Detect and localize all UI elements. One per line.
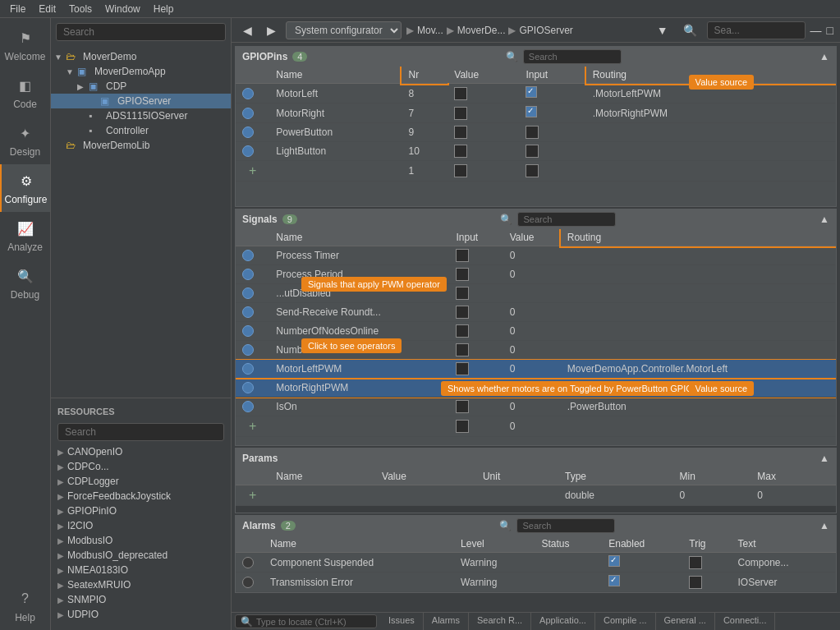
tree-node-ads1115[interactable]: ▪ ADS1115IOServer	[51, 108, 231, 123]
value-checkbox[interactable]	[454, 107, 467, 120]
input-cell[interactable]	[449, 284, 503, 303]
sidebar-item-code[interactable]: ◧ Code	[0, 69, 50, 117]
nr-cell[interactable]: 8	[402, 84, 448, 103]
minimize-button[interactable]: —	[810, 24, 822, 37]
trig-checkbox[interactable]	[689, 576, 702, 589]
trig-checkbox[interactable]	[689, 556, 702, 569]
bottom-tab-5[interactable]: General ...	[656, 613, 715, 630]
bottom-tab-0[interactable]: Issues	[380, 613, 424, 630]
input-checkbox[interactable]	[526, 145, 539, 158]
breadcrumb-gpioserver[interactable]: GPIOServer	[519, 25, 572, 36]
input-checkbox[interactable]	[526, 86, 537, 98]
value-checkbox[interactable]	[454, 145, 467, 158]
enabled-cell[interactable]	[602, 553, 682, 573]
value-checkbox[interactable]	[454, 87, 467, 100]
resource-item[interactable]: ▶SeatexMRUIO	[51, 577, 231, 592]
input-checkbox[interactable]	[456, 306, 469, 319]
input-checkbox[interactable]	[456, 249, 469, 262]
params-scrollbar[interactable]	[236, 506, 836, 513]
resource-item[interactable]: ▶CANOpenIO	[51, 444, 231, 459]
resource-item[interactable]: ▶WagoPFCIO	[51, 622, 231, 625]
menu-window[interactable]: Window	[99, 2, 147, 16]
sidebar-item-analyze[interactable]: 📈 Analyze	[0, 212, 50, 260]
input-cell[interactable]	[449, 398, 503, 416]
input-checkbox[interactable]	[456, 268, 469, 281]
toolbar-search-input[interactable]	[707, 21, 806, 39]
input-checkbox[interactable]	[526, 106, 537, 117]
input-checkbox[interactable]	[526, 126, 539, 139]
breadcrumb-dropdown-button[interactable]: ▼	[652, 22, 673, 39]
resource-item[interactable]: ▶UDPIO	[51, 607, 231, 622]
bottom-tab-2[interactable]: Search R...	[469, 613, 531, 630]
gpio-pins-collapse[interactable]: ▲	[819, 51, 829, 62]
value-cell[interactable]	[448, 84, 519, 103]
breadcrumb-mov[interactable]: Mov...	[417, 25, 443, 36]
add-signal-button[interactable]: +	[242, 417, 263, 435]
signals-collapse[interactable]: ▲	[819, 214, 829, 225]
tree-search-input[interactable]	[56, 23, 226, 41]
nav-dropdown[interactable]: System configurator	[286, 21, 402, 39]
tree-node-moverdemo[interactable]: ▼ 🗁 MoverDemo	[51, 49, 231, 64]
nr-cell[interactable]: 9	[402, 123, 448, 142]
maximize-button[interactable]: □	[827, 24, 833, 37]
menu-file[interactable]: File	[3, 2, 32, 16]
gpio-pins-search[interactable]	[523, 49, 622, 64]
sidebar-item-debug[interactable]: 🔍 Debug	[0, 260, 50, 307]
resources-search-input[interactable]	[57, 423, 224, 441]
input-checkbox[interactable]	[456, 400, 469, 413]
input-checkbox[interactable]	[456, 343, 469, 356]
bottom-tab-4[interactable]: Compile ...	[595, 613, 656, 630]
input-cell[interactable]	[449, 322, 503, 341]
input-cell[interactable]	[519, 103, 585, 123]
menu-tools[interactable]: Tools	[62, 2, 99, 16]
input-cell[interactable]	[519, 84, 585, 103]
value-checkbox[interactable]	[454, 164, 467, 177]
add-gpio-button[interactable]: +	[242, 162, 263, 179]
params-collapse[interactable]: ▲	[819, 453, 829, 464]
tree-node-moverdemolib[interactable]: 🗁 MoverDemoLib	[51, 138, 231, 153]
bottom-search-input[interactable]	[256, 617, 371, 627]
input-cell[interactable]	[449, 360, 503, 379]
alarms-collapse[interactable]: ▲	[819, 520, 829, 531]
tree-node-cdp[interactable]: ▶ ▣ CDP	[51, 79, 231, 94]
resource-item[interactable]: ▶CDPCo...	[51, 459, 231, 474]
input-cell[interactable]	[519, 142, 585, 161]
signals-search[interactable]	[517, 212, 616, 227]
resource-item[interactable]: ▶ForceFeedbackJoystick	[51, 489, 231, 504]
bottom-tab-6[interactable]: Connecti...	[715, 613, 776, 630]
enabled-cell[interactable]	[602, 573, 682, 592]
add-param-button[interactable]: +	[242, 486, 263, 504]
input-checkbox[interactable]	[456, 287, 469, 300]
resource-item[interactable]: ▶NMEA0183IO	[51, 563, 231, 577]
sidebar-item-configure[interactable]: ⚙ Configure	[0, 164, 50, 212]
nr-cell[interactable]: 7	[402, 103, 448, 123]
enabled-checkbox[interactable]	[608, 555, 620, 567]
nr-cell[interactable]: 10	[402, 142, 448, 161]
input-cell[interactable]	[449, 265, 503, 284]
input-checkbox[interactable]	[456, 420, 469, 433]
tree-node-moverdemoapp[interactable]: ▼ ▣ MoverDemoApp	[51, 64, 231, 79]
resource-item[interactable]: ▶ModbusIO_deprecated	[51, 548, 231, 563]
bottom-tab-1[interactable]: Alarms	[424, 613, 469, 630]
input-cell[interactable]	[449, 303, 503, 322]
sidebar-item-welcome[interactable]: ⚑ Welcome	[0, 21, 50, 69]
resource-item[interactable]: ▶CDPLogger	[51, 474, 231, 489]
input-checkbox[interactable]	[526, 164, 539, 177]
trig-cell[interactable]	[682, 573, 731, 592]
menu-help[interactable]: Help	[147, 2, 181, 16]
tree-node-gpioserver[interactable]: ▣ GPIOServer	[51, 94, 231, 108]
bottom-tab-3[interactable]: Applicatio...	[531, 613, 595, 630]
resource-item[interactable]: ▶I2CIO	[51, 518, 231, 533]
value-checkbox[interactable]	[454, 126, 467, 139]
menu-edit[interactable]: Edit	[32, 2, 62, 16]
nav-back-button[interactable]: ◀	[238, 22, 257, 39]
resource-item[interactable]: ▶ModbusIO	[51, 533, 231, 548]
nav-forward-button[interactable]: ▶	[262, 22, 281, 39]
input-checkbox[interactable]	[456, 324, 469, 338]
value-cell[interactable]	[448, 103, 519, 123]
input-cell[interactable]	[519, 123, 585, 142]
value-cell[interactable]	[448, 142, 519, 161]
sidebar-item-design[interactable]: ✦ Design	[0, 117, 50, 164]
tree-node-controller[interactable]: ▪ Controller	[51, 123, 231, 138]
value-cell[interactable]	[448, 123, 519, 142]
